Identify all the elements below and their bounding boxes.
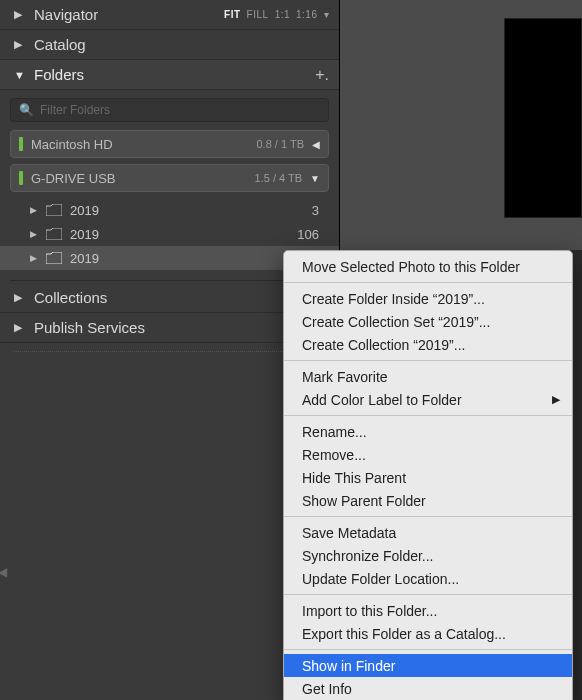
menu-show-parent[interactable]: Show Parent Folder — [284, 489, 572, 512]
disclosure-right-icon: ▶ — [14, 38, 26, 51]
preview-area — [340, 0, 582, 250]
volume-row[interactable]: Macintosh HD 0.8 / 1 TB ◀ — [10, 130, 329, 158]
menu-hide-parent[interactable]: Hide This Parent — [284, 466, 572, 489]
menu-separator — [284, 649, 572, 650]
context-menu: Move Selected Photo to this Folder Creat… — [283, 250, 573, 700]
volume-name: Macintosh HD — [31, 137, 257, 152]
folder-icon — [46, 228, 62, 240]
menu-mark-favorite[interactable]: Mark Favorite — [284, 365, 572, 388]
menu-separator — [284, 594, 572, 595]
menu-separator — [284, 360, 572, 361]
divider — [10, 280, 329, 281]
image-preview — [504, 18, 582, 218]
menu-import[interactable]: Import to this Folder... — [284, 599, 572, 622]
menu-move-photo[interactable]: Move Selected Photo to this Folder — [284, 255, 572, 278]
panel-label: Folders — [34, 66, 315, 83]
disclosure-down-icon: ▼ — [14, 69, 26, 81]
panel-navigator[interactable]: ▶ Navigator FITFILL1:11:16▾ — [0, 0, 339, 30]
volume-row[interactable]: G-DRIVE USB 1.5 / 4 TB ▼ — [10, 164, 329, 192]
volume-status-light — [19, 171, 23, 185]
folder-count: 3 — [312, 203, 319, 218]
menu-color-label[interactable]: Add Color Label to Folder▶ — [284, 388, 572, 411]
panel-label: Collections — [34, 289, 320, 306]
folder-name: 2019 — [70, 227, 297, 242]
menu-get-info[interactable]: Get Info — [284, 677, 572, 700]
add-folder-icon[interactable]: +. — [315, 66, 329, 84]
disclosure-right-icon: ▶ — [14, 8, 26, 21]
volume-stat: 0.8 / 1 TB — [257, 138, 305, 150]
divider-dots — [14, 351, 325, 355]
menu-create-folder-inside[interactable]: Create Folder Inside “2019”... — [284, 287, 572, 310]
menu-separator — [284, 516, 572, 517]
filter-placeholder: Filter Folders — [40, 103, 110, 117]
menu-separator — [284, 415, 572, 416]
menu-create-collection-set[interactable]: Create Collection Set “2019”... — [284, 310, 572, 333]
panel-folders[interactable]: ▼ Folders +. — [0, 60, 339, 90]
chevron-right-icon: ▶ — [552, 393, 560, 406]
folder-name: 2019 — [70, 203, 312, 218]
menu-save-metadata[interactable]: Save Metadata — [284, 521, 572, 544]
search-icon: 🔍 — [19, 103, 34, 117]
volume-status-light — [19, 137, 23, 151]
menu-separator — [284, 282, 572, 283]
folder-icon — [46, 252, 62, 264]
volume-name: G-DRIVE USB — [31, 171, 255, 186]
disclosure-down-icon[interactable]: ▼ — [310, 173, 320, 184]
folder-row[interactable]: ▶ 2019 3 — [0, 198, 339, 222]
menu-update-location[interactable]: Update Folder Location... — [284, 567, 572, 590]
folder-count: 106 — [297, 227, 319, 242]
menu-show-in-finder[interactable]: Show in Finder — [284, 654, 572, 677]
folder-row[interactable]: ▶ 2019 106 — [0, 222, 339, 246]
disclosure-right-icon: ▶ — [30, 253, 40, 263]
disclosure-right-icon: ▶ — [14, 291, 26, 304]
panel-catalog[interactable]: ▶ Catalog — [0, 30, 339, 60]
folder-icon — [46, 204, 62, 216]
collapse-handle-icon[interactable]: ◀ — [0, 565, 7, 579]
disclosure-right-icon: ▶ — [30, 205, 40, 215]
menu-synchronize[interactable]: Synchronize Folder... — [284, 544, 572, 567]
menu-remove[interactable]: Remove... — [284, 443, 572, 466]
menu-create-collection[interactable]: Create Collection “2019”... — [284, 333, 572, 356]
folder-name: 2019 — [70, 251, 319, 266]
panel-label: Catalog — [34, 36, 329, 53]
filter-folders-input[interactable]: 🔍 Filter Folders — [10, 98, 329, 122]
panel-label: Publish Services — [34, 319, 320, 336]
panel-label: Navigator — [34, 6, 218, 23]
zoom-controls[interactable]: FITFILL1:11:16▾ — [218, 9, 329, 20]
menu-export-catalog[interactable]: Export this Folder as a Catalog... — [284, 622, 572, 645]
disclosure-right-icon: ▶ — [30, 229, 40, 239]
menu-rename[interactable]: Rename... — [284, 420, 572, 443]
disclosure-left-icon[interactable]: ◀ — [312, 139, 320, 150]
volume-stat: 1.5 / 4 TB — [255, 172, 303, 184]
disclosure-right-icon: ▶ — [14, 321, 26, 334]
